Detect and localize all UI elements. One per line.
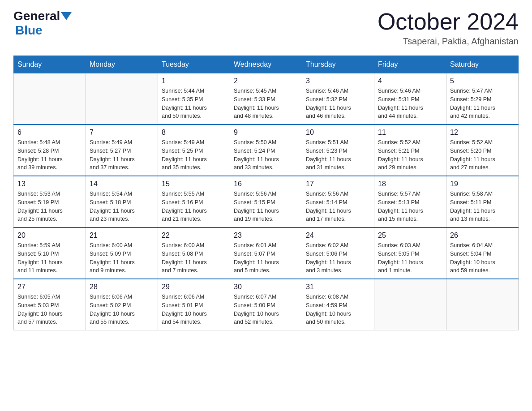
calendar-cell [86, 73, 158, 125]
calendar-cell: 5Sunrise: 5:47 AM Sunset: 5:29 PM Daylig… [446, 73, 519, 125]
calendar-week-row: 1Sunrise: 5:44 AM Sunset: 5:35 PM Daylig… [14, 73, 519, 125]
day-info: Sunrise: 6:02 AM Sunset: 5:06 PM Dayligh… [306, 241, 370, 275]
day-info: Sunrise: 5:52 AM Sunset: 5:21 PM Dayligh… [378, 138, 442, 172]
weekday-header-sunday: Sunday [14, 56, 86, 73]
calendar-cell: 11Sunrise: 5:52 AM Sunset: 5:21 PM Dayli… [374, 124, 446, 176]
calendar-week-row: 6Sunrise: 5:48 AM Sunset: 5:28 PM Daylig… [14, 124, 519, 176]
calendar-cell: 4Sunrise: 5:46 AM Sunset: 5:31 PM Daylig… [374, 73, 446, 125]
day-number: 16 [234, 180, 298, 188]
calendar-cell: 24Sunrise: 6:02 AM Sunset: 5:06 PM Dayli… [302, 227, 374, 279]
logo-triangle-icon [61, 12, 72, 20]
day-info: Sunrise: 6:01 AM Sunset: 5:07 PM Dayligh… [234, 241, 298, 275]
title-section: October 2024 Tsaperai, Paktia, Afghanist… [378, 9, 519, 47]
calendar-week-row: 13Sunrise: 5:53 AM Sunset: 5:19 PM Dayli… [14, 176, 519, 227]
day-number: 4 [378, 77, 442, 85]
day-info: Sunrise: 6:00 AM Sunset: 5:09 PM Dayligh… [90, 241, 154, 275]
calendar-week-row: 20Sunrise: 5:59 AM Sunset: 5:10 PM Dayli… [14, 227, 519, 279]
day-info: Sunrise: 5:57 AM Sunset: 5:13 PM Dayligh… [378, 190, 442, 223]
calendar-week-row: 27Sunrise: 6:05 AM Sunset: 5:03 PM Dayli… [14, 279, 519, 330]
day-number: 26 [450, 231, 515, 240]
calendar-cell: 6Sunrise: 5:48 AM Sunset: 5:28 PM Daylig… [14, 124, 86, 176]
logo-blue: Blue [15, 23, 43, 37]
day-number: 20 [17, 231, 82, 240]
day-info: Sunrise: 5:59 AM Sunset: 5:10 PM Dayligh… [17, 241, 82, 275]
weekday-header-saturday: Saturday [446, 56, 519, 73]
day-info: Sunrise: 5:56 AM Sunset: 5:14 PM Dayligh… [306, 190, 370, 223]
weekday-header-friday: Friday [374, 56, 446, 73]
day-number: 22 [162, 231, 226, 240]
day-number: 27 [17, 283, 82, 291]
page-header: General Blue October 2024 Tsaperai, Pakt… [13, 9, 519, 47]
calendar-cell: 30Sunrise: 6:07 AM Sunset: 5:00 PM Dayli… [230, 279, 302, 330]
weekday-header-row: SundayMondayTuesdayWednesdayThursdayFrid… [14, 56, 519, 73]
weekday-header-tuesday: Tuesday [158, 56, 230, 73]
calendar-cell: 10Sunrise: 5:51 AM Sunset: 5:23 PM Dayli… [302, 124, 374, 176]
day-info: Sunrise: 5:56 AM Sunset: 5:15 PM Dayligh… [234, 190, 298, 223]
day-info: Sunrise: 5:46 AM Sunset: 5:31 PM Dayligh… [378, 87, 442, 120]
day-number: 2 [234, 77, 298, 85]
logo-text: General [13, 9, 73, 23]
day-info: Sunrise: 5:45 AM Sunset: 5:33 PM Dayligh… [234, 87, 298, 120]
day-info: Sunrise: 5:49 AM Sunset: 5:25 PM Dayligh… [162, 138, 226, 172]
calendar-cell: 12Sunrise: 5:52 AM Sunset: 5:20 PM Dayli… [446, 124, 519, 176]
day-number: 5 [450, 77, 515, 85]
day-number: 1 [162, 77, 226, 85]
day-info: Sunrise: 5:44 AM Sunset: 5:35 PM Dayligh… [162, 87, 226, 120]
calendar-cell: 3Sunrise: 5:46 AM Sunset: 5:32 PM Daylig… [302, 73, 374, 125]
logo: General Blue [13, 9, 73, 38]
day-number: 28 [90, 283, 154, 291]
day-number: 14 [90, 180, 154, 188]
calendar-cell: 2Sunrise: 5:45 AM Sunset: 5:33 PM Daylig… [230, 73, 302, 125]
day-info: Sunrise: 5:46 AM Sunset: 5:32 PM Dayligh… [306, 87, 370, 120]
day-number: 18 [378, 180, 442, 188]
day-number: 31 [306, 283, 370, 291]
day-number: 24 [306, 231, 370, 240]
day-number: 15 [162, 180, 226, 188]
day-info: Sunrise: 5:51 AM Sunset: 5:23 PM Dayligh… [306, 138, 370, 172]
calendar-cell: 28Sunrise: 6:06 AM Sunset: 5:02 PM Dayli… [86, 279, 158, 330]
calendar-cell: 29Sunrise: 6:06 AM Sunset: 5:01 PM Dayli… [158, 279, 230, 330]
calendar-cell: 8Sunrise: 5:49 AM Sunset: 5:25 PM Daylig… [158, 124, 230, 176]
calendar-table: SundayMondayTuesdayWednesdayThursdayFrid… [13, 56, 519, 330]
day-info: Sunrise: 6:03 AM Sunset: 5:05 PM Dayligh… [378, 241, 442, 275]
calendar-cell: 23Sunrise: 6:01 AM Sunset: 5:07 PM Dayli… [230, 227, 302, 279]
day-info: Sunrise: 5:54 AM Sunset: 5:18 PM Dayligh… [90, 190, 154, 223]
calendar-cell: 15Sunrise: 5:55 AM Sunset: 5:16 PM Dayli… [158, 176, 230, 227]
calendar-cell: 14Sunrise: 5:54 AM Sunset: 5:18 PM Dayli… [86, 176, 158, 227]
calendar-cell: 18Sunrise: 5:57 AM Sunset: 5:13 PM Dayli… [374, 176, 446, 227]
day-number: 29 [162, 283, 226, 291]
day-number: 25 [378, 231, 442, 240]
day-info: Sunrise: 5:50 AM Sunset: 5:24 PM Dayligh… [234, 138, 298, 172]
day-info: Sunrise: 6:07 AM Sunset: 5:00 PM Dayligh… [234, 293, 298, 326]
day-info: Sunrise: 6:06 AM Sunset: 5:02 PM Dayligh… [90, 293, 154, 326]
calendar-cell: 19Sunrise: 5:58 AM Sunset: 5:11 PM Dayli… [446, 176, 519, 227]
day-number: 3 [306, 77, 370, 85]
day-number: 9 [234, 128, 298, 137]
day-number: 10 [306, 128, 370, 137]
calendar-cell: 25Sunrise: 6:03 AM Sunset: 5:05 PM Dayli… [374, 227, 446, 279]
day-info: Sunrise: 6:00 AM Sunset: 5:08 PM Dayligh… [162, 241, 226, 275]
calendar-cell: 22Sunrise: 6:00 AM Sunset: 5:08 PM Dayli… [158, 227, 230, 279]
day-number: 8 [162, 128, 226, 137]
calendar-cell: 26Sunrise: 6:04 AM Sunset: 5:04 PM Dayli… [446, 227, 519, 279]
day-info: Sunrise: 5:49 AM Sunset: 5:27 PM Dayligh… [90, 138, 154, 172]
day-info: Sunrise: 6:08 AM Sunset: 4:59 PM Dayligh… [306, 293, 370, 326]
calendar-cell: 17Sunrise: 5:56 AM Sunset: 5:14 PM Dayli… [302, 176, 374, 227]
day-number: 23 [234, 231, 298, 240]
calendar-cell [14, 73, 86, 125]
calendar-cell: 27Sunrise: 6:05 AM Sunset: 5:03 PM Dayli… [14, 279, 86, 330]
weekday-header-wednesday: Wednesday [230, 56, 302, 73]
day-info: Sunrise: 5:55 AM Sunset: 5:16 PM Dayligh… [162, 190, 226, 223]
calendar-cell: 31Sunrise: 6:08 AM Sunset: 4:59 PM Dayli… [302, 279, 374, 330]
month-title: October 2024 [378, 9, 519, 34]
day-number: 30 [234, 283, 298, 291]
calendar-cell: 9Sunrise: 5:50 AM Sunset: 5:24 PM Daylig… [230, 124, 302, 176]
logo-general: General [13, 9, 60, 23]
day-number: 19 [450, 180, 515, 188]
weekday-header-monday: Monday [86, 56, 158, 73]
day-info: Sunrise: 5:47 AM Sunset: 5:29 PM Dayligh… [450, 87, 515, 120]
day-info: Sunrise: 5:58 AM Sunset: 5:11 PM Dayligh… [450, 190, 515, 223]
day-number: 12 [450, 128, 515, 137]
day-info: Sunrise: 6:05 AM Sunset: 5:03 PM Dayligh… [17, 293, 82, 326]
day-number: 13 [17, 180, 82, 188]
